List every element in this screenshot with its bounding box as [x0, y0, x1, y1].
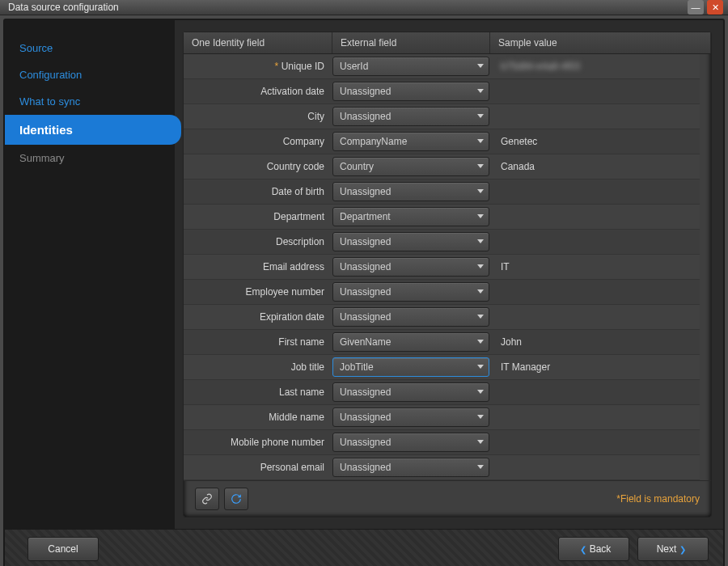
table-row: Expiration dateUnassigned: [184, 305, 700, 330]
col-sample: Sample value: [490, 32, 711, 53]
window: Data source configuration — ✕ SourceConf…: [0, 0, 728, 566]
field-label: Personal email: [184, 462, 332, 473]
external-field-combo[interactable]: CompanyName: [332, 132, 489, 151]
refresh-button[interactable]: [224, 488, 248, 510]
table-row: Middle nameUnassigned: [184, 405, 700, 430]
field-label: Mobile phone number: [184, 437, 332, 448]
external-field-combo[interactable]: Country: [332, 157, 489, 176]
external-field-combo[interactable]: Unassigned: [332, 458, 489, 477]
chevron-right-icon: ❯: [679, 545, 686, 554]
external-field-combo[interactable]: Unassigned: [332, 182, 489, 201]
chevron-down-icon: [477, 365, 484, 369]
window-title: Data source configuration: [8, 2, 119, 13]
window-controls: — ✕: [688, 0, 728, 15]
sidebar-item-summary[interactable]: Summary: [5, 145, 175, 171]
sample-value: Genetec: [489, 136, 700, 147]
chevron-down-icon: [477, 239, 484, 243]
mandatory-note: *Field is mandatory: [616, 493, 700, 505]
external-field-combo[interactable]: Department: [332, 207, 489, 226]
field-label: Activation date: [184, 86, 332, 97]
table-row: Last nameUnassigned: [184, 380, 700, 405]
external-field-combo[interactable]: Unassigned: [332, 82, 489, 101]
table-row: DepartmentDepartment: [184, 205, 700, 230]
external-field-combo[interactable]: Unassigned: [332, 382, 489, 402]
sample-value: IT: [489, 261, 700, 272]
table-row: Mobile phone numberUnassigned: [184, 430, 700, 455]
external-field-combo[interactable]: Unassigned: [332, 433, 489, 452]
col-external: External field: [332, 32, 490, 53]
table-row: Employee numberUnassigned: [184, 280, 700, 305]
chevron-down-icon: [477, 164, 484, 168]
field-label: Job title: [184, 361, 332, 373]
chevron-down-icon: [477, 440, 484, 444]
sample-value: b75d84-e4a8-4f03: [489, 61, 700, 72]
close-button[interactable]: ✕: [707, 0, 723, 15]
table-row: CityUnassigned: [184, 104, 700, 129]
grid-body[interactable]: * Unique IDUserIdb75d84-e4a8-4f03Activat…: [184, 54, 711, 480]
chevron-down-icon: [477, 390, 484, 394]
chevron-left-icon: ❮: [580, 545, 586, 554]
chevron-down-icon: [477, 415, 484, 419]
grid-toolbar: *Field is mandatory: [184, 480, 711, 517]
content-area: SourceConfigurationWhat to syncIdentitie…: [5, 20, 723, 529]
table-row: Date of birthUnassigned: [184, 180, 700, 205]
external-field-combo[interactable]: Unassigned: [332, 408, 489, 427]
chevron-down-icon: [477, 289, 484, 294]
table-row: Personal emailUnassigned: [184, 455, 700, 480]
chevron-down-icon: [477, 139, 484, 143]
field-label: Employee number: [184, 286, 332, 298]
refresh-icon: [231, 493, 242, 505]
external-field-combo[interactable]: Unassigned: [332, 107, 489, 126]
external-field-combo[interactable]: UserId: [332, 57, 489, 76]
field-label: Expiration date: [184, 311, 332, 323]
field-label: Middle name: [184, 412, 332, 423]
sample-value: IT Manager: [489, 361, 700, 373]
dialog-body: SourceConfigurationWhat to syncIdentitie…: [3, 19, 725, 566]
cancel-button[interactable]: Cancel: [28, 537, 99, 561]
main-panel: One Identity field External field Sample…: [183, 32, 712, 517]
field-label: * Unique ID: [184, 61, 332, 72]
field-label: Department: [184, 211, 332, 222]
field-label: First name: [184, 336, 332, 348]
chevron-down-icon: [477, 214, 484, 218]
field-label: City: [184, 111, 332, 122]
link-icon: [201, 493, 213, 505]
minimize-button[interactable]: —: [688, 0, 704, 15]
chevron-down-icon: [477, 264, 484, 268]
field-label: Email address: [184, 261, 332, 272]
sidebar: SourceConfigurationWhat to syncIdentitie…: [5, 20, 175, 529]
external-field-combo[interactable]: Unassigned: [332, 307, 489, 327]
chevron-down-icon: [477, 189, 484, 193]
back-button[interactable]: ❮Back: [558, 537, 629, 561]
chevron-down-icon: [477, 89, 484, 93]
sidebar-item-source[interactable]: Source: [5, 35, 175, 61]
sidebar-item-configuration[interactable]: Configuration: [5, 61, 175, 88]
sidebar-item-what-to-sync[interactable]: What to sync: [5, 88, 175, 115]
external-field-combo[interactable]: JobTitle: [332, 357, 489, 377]
sidebar-item-identities[interactable]: Identities: [5, 115, 181, 145]
sample-value: Canada: [489, 161, 700, 172]
external-field-combo[interactable]: GivenName: [332, 332, 489, 352]
external-field-combo[interactable]: Unassigned: [332, 282, 489, 302]
external-field-combo[interactable]: Unassigned: [332, 257, 489, 277]
chevron-down-icon: [477, 315, 484, 319]
footer: Cancel ❮Back Next❯: [5, 529, 723, 566]
next-button[interactable]: Next❯: [637, 537, 709, 561]
chevron-down-icon: [477, 64, 484, 68]
table-row: Activation dateUnassigned: [184, 79, 700, 104]
chevron-down-icon: [477, 114, 484, 118]
titlebar: Data source configuration — ✕: [0, 0, 728, 15]
sample-value: John: [489, 336, 700, 348]
grid-header: One Identity field External field Sample…: [184, 32, 711, 54]
external-field-combo[interactable]: Unassigned: [332, 232, 489, 251]
chevron-down-icon: [477, 465, 484, 469]
table-row: DescriptionUnassigned: [184, 230, 700, 255]
table-row: Job titleJobTitleIT Manager: [184, 355, 700, 380]
field-label: Country code: [184, 161, 332, 172]
field-label: Last name: [184, 386, 332, 398]
table-row: First nameGivenNameJohn: [184, 330, 700, 355]
table-row: CompanyCompanyNameGenetec: [184, 129, 700, 154]
link-button[interactable]: [195, 488, 219, 510]
table-row: Email addressUnassignedIT: [184, 255, 700, 280]
table-row: Country codeCountryCanada: [184, 154, 700, 180]
